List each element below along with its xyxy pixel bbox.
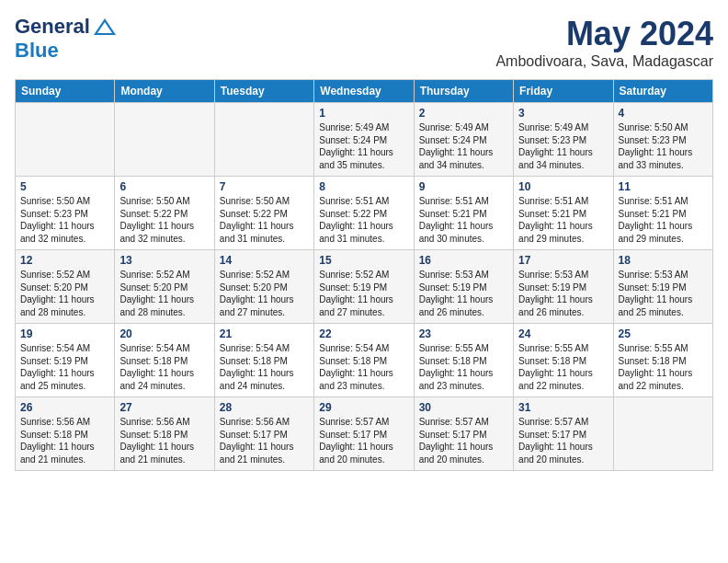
day-number: 22 [319,327,408,340]
month-year: May 2024 [495,15,713,53]
day-number: 1 [319,107,408,120]
calendar-cell: 20Sunrise: 5:54 AMSunset: 5:18 PMDayligh… [115,324,214,397]
day-info: Sunrise: 5:55 AMSunset: 5:18 PMDaylight:… [419,342,508,392]
calendar-cell: 25Sunrise: 5:55 AMSunset: 5:18 PMDayligh… [613,324,712,397]
day-number: 2 [419,107,508,120]
calendar-week-row: 5Sunrise: 5:50 AMSunset: 5:23 PMDaylight… [16,177,713,250]
calendar-cell: 8Sunrise: 5:51 AMSunset: 5:22 PMDaylight… [314,177,414,250]
calendar-cell [214,103,313,177]
day-number: 13 [119,254,209,267]
day-number: 26 [20,401,109,414]
calendar-cell: 29Sunrise: 5:57 AMSunset: 5:17 PMDayligh… [314,397,414,471]
calendar-cell: 19Sunrise: 5:54 AMSunset: 5:19 PMDayligh… [16,324,115,397]
calendar-cell: 26Sunrise: 5:56 AMSunset: 5:18 PMDayligh… [16,397,115,471]
day-number: 17 [518,254,608,267]
day-number: 19 [20,327,109,340]
day-number: 30 [419,401,508,414]
calendar-cell: 6Sunrise: 5:50 AMSunset: 5:22 PMDaylight… [115,177,214,250]
calendar-cell: 14Sunrise: 5:52 AMSunset: 5:20 PMDayligh… [214,250,313,324]
day-number: 16 [419,254,508,267]
calendar-cell: 16Sunrise: 5:53 AMSunset: 5:19 PMDayligh… [414,250,513,324]
day-of-week-header: Thursday [414,80,513,103]
day-of-week-header: Tuesday [214,80,313,103]
calendar-header-row: SundayMondayTuesdayWednesdayThursdayFrid… [16,80,713,103]
day-number: 14 [220,254,309,267]
calendar-cell [613,397,712,471]
day-info: Sunrise: 5:55 AMSunset: 5:18 PMDaylight:… [518,342,608,392]
calendar-cell: 13Sunrise: 5:52 AMSunset: 5:20 PMDayligh… [115,250,214,324]
calendar-week-row: 19Sunrise: 5:54 AMSunset: 5:19 PMDayligh… [16,324,713,397]
day-info: Sunrise: 5:50 AMSunset: 5:22 PMDaylight:… [119,195,209,245]
day-info: Sunrise: 5:56 AMSunset: 5:18 PMDaylight:… [20,416,109,465]
day-info: Sunrise: 5:52 AMSunset: 5:20 PMDaylight:… [119,269,209,318]
calendar-week-row: 12Sunrise: 5:52 AMSunset: 5:20 PMDayligh… [16,250,713,324]
day-number: 9 [419,180,508,193]
day-info: Sunrise: 5:52 AMSunset: 5:20 PMDaylight:… [20,269,109,318]
day-number: 7 [220,180,309,193]
day-number: 15 [319,254,408,267]
day-info: Sunrise: 5:57 AMSunset: 5:17 PMDaylight:… [319,416,408,465]
day-number: 10 [518,180,608,193]
day-of-week-header: Saturday [613,80,712,103]
calendar-week-row: 1Sunrise: 5:49 AMSunset: 5:24 PMDaylight… [16,103,713,177]
calendar-week-row: 26Sunrise: 5:56 AMSunset: 5:18 PMDayligh… [16,397,713,471]
day-info: Sunrise: 5:51 AMSunset: 5:21 PMDaylight:… [518,195,608,245]
calendar-cell: 4Sunrise: 5:50 AMSunset: 5:23 PMDaylight… [613,103,712,177]
day-number: 12 [20,254,109,267]
day-number: 18 [619,254,708,267]
day-info: Sunrise: 5:51 AMSunset: 5:21 PMDaylight:… [619,195,708,245]
calendar-cell: 22Sunrise: 5:54 AMSunset: 5:18 PMDayligh… [314,324,414,397]
day-info: Sunrise: 5:53 AMSunset: 5:19 PMDaylight:… [518,269,608,318]
day-info: Sunrise: 5:49 AMSunset: 5:24 PMDaylight:… [319,121,408,171]
calendar-cell: 10Sunrise: 5:51 AMSunset: 5:21 PMDayligh… [514,177,613,250]
day-number: 31 [518,401,608,414]
calendar-cell: 12Sunrise: 5:52 AMSunset: 5:20 PMDayligh… [16,250,115,324]
calendar-cell: 3Sunrise: 5:49 AMSunset: 5:23 PMDaylight… [514,103,613,177]
day-info: Sunrise: 5:49 AMSunset: 5:24 PMDaylight:… [419,121,508,171]
day-info: Sunrise: 5:53 AMSunset: 5:19 PMDaylight:… [619,269,708,318]
day-info: Sunrise: 5:57 AMSunset: 5:17 PMDaylight:… [419,416,508,465]
day-info: Sunrise: 5:49 AMSunset: 5:23 PMDaylight:… [518,121,608,171]
calendar-cell: 1Sunrise: 5:49 AMSunset: 5:24 PMDaylight… [314,103,414,177]
calendar-cell: 15Sunrise: 5:52 AMSunset: 5:19 PMDayligh… [314,250,414,324]
calendar-cell: 11Sunrise: 5:51 AMSunset: 5:21 PMDayligh… [613,177,712,250]
day-of-week-header: Friday [514,80,613,103]
calendar-cell: 17Sunrise: 5:53 AMSunset: 5:19 PMDayligh… [514,250,613,324]
calendar-cell: 21Sunrise: 5:54 AMSunset: 5:18 PMDayligh… [214,324,313,397]
day-number: 4 [619,107,708,120]
day-info: Sunrise: 5:50 AMSunset: 5:22 PMDaylight:… [220,195,309,245]
calendar-cell: 18Sunrise: 5:53 AMSunset: 5:19 PMDayligh… [613,250,712,324]
day-info: Sunrise: 5:53 AMSunset: 5:19 PMDaylight:… [419,269,508,318]
day-number: 24 [518,327,608,340]
calendar-cell [16,103,115,177]
location: Ambodivoara, Sava, Madagascar [495,53,713,70]
day-number: 28 [220,401,309,414]
logo-icon [92,17,118,37]
day-info: Sunrise: 5:50 AMSunset: 5:23 PMDaylight:… [619,121,708,171]
day-number: 20 [119,327,209,340]
day-number: 29 [319,401,408,414]
calendar-cell [115,103,214,177]
day-info: Sunrise: 5:51 AMSunset: 5:21 PMDaylight:… [419,195,508,245]
calendar-cell: 23Sunrise: 5:55 AMSunset: 5:18 PMDayligh… [414,324,513,397]
day-info: Sunrise: 5:54 AMSunset: 5:18 PMDaylight:… [119,342,209,392]
logo: General Blue [15,15,118,63]
day-info: Sunrise: 5:54 AMSunset: 5:18 PMDaylight:… [220,342,309,392]
day-number: 27 [119,401,209,414]
calendar-cell: 31Sunrise: 5:57 AMSunset: 5:17 PMDayligh… [514,397,613,471]
day-info: Sunrise: 5:54 AMSunset: 5:18 PMDaylight:… [319,342,408,392]
calendar-cell: 7Sunrise: 5:50 AMSunset: 5:22 PMDaylight… [214,177,313,250]
title-area: May 2024 Ambodivoara, Sava, Madagascar [495,15,713,70]
day-info: Sunrise: 5:54 AMSunset: 5:19 PMDaylight:… [20,342,109,392]
day-number: 5 [20,180,109,193]
day-number: 3 [518,107,608,120]
calendar-cell: 27Sunrise: 5:56 AMSunset: 5:18 PMDayligh… [115,397,214,471]
day-number: 25 [619,327,708,340]
day-of-week-header: Monday [115,80,214,103]
day-info: Sunrise: 5:56 AMSunset: 5:18 PMDaylight:… [119,416,209,465]
calendar-cell: 30Sunrise: 5:57 AMSunset: 5:17 PMDayligh… [414,397,513,471]
calendar-table: SundayMondayTuesdayWednesdayThursdayFrid… [15,79,713,471]
calendar-cell: 28Sunrise: 5:56 AMSunset: 5:17 PMDayligh… [214,397,313,471]
day-of-week-header: Wednesday [314,80,414,103]
day-info: Sunrise: 5:55 AMSunset: 5:18 PMDaylight:… [619,342,708,392]
